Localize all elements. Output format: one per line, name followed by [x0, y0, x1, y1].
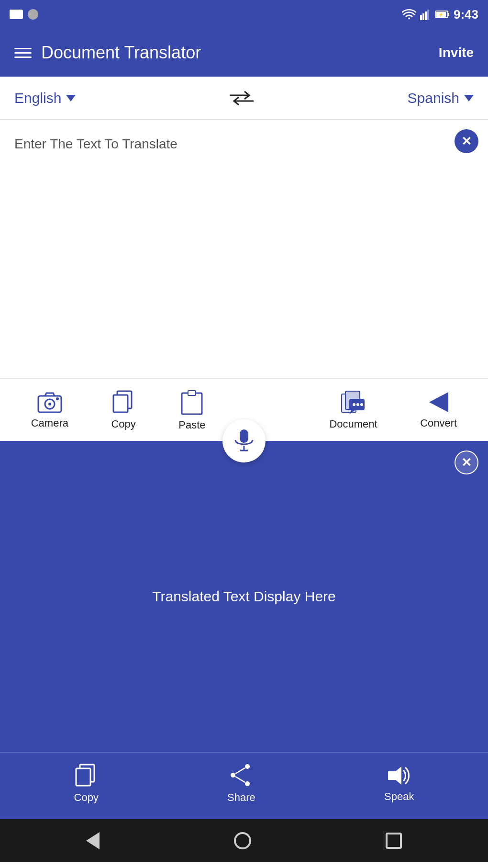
svg-rect-0 [420, 15, 422, 20]
svg-marker-26 [429, 392, 448, 412]
svg-point-13 [56, 397, 59, 400]
svg-rect-16 [182, 393, 202, 414]
document-icon [341, 390, 366, 414]
nav-home-button[interactable] [234, 832, 251, 849]
copy-label: Copy [111, 418, 135, 430]
wifi-icon [402, 9, 416, 20]
battery-icon: ⚡ [435, 10, 450, 19]
svg-rect-18 [189, 391, 195, 395]
camera-icon [37, 391, 62, 413]
svg-rect-15 [113, 395, 128, 412]
svg-line-36 [235, 777, 245, 782]
clear-translated-icon: ✕ [461, 455, 472, 470]
bottom-copy-icon [75, 764, 97, 788]
copy-icon [112, 390, 134, 414]
paste-button[interactable]: Paste [178, 389, 205, 431]
status-bar: ⚡ 9:43 [0, 0, 488, 29]
target-language-chevron [464, 95, 474, 101]
svg-rect-1 [422, 13, 424, 20]
svg-rect-31 [76, 768, 90, 786]
convert-label: Convert [420, 417, 457, 429]
clear-translated-button[interactable]: ✕ [455, 451, 478, 474]
target-language-label: Spanish [408, 90, 459, 106]
source-language-label: English [14, 90, 61, 106]
input-area[interactable]: Enter The Text To Translate ✕ [0, 120, 488, 378]
svg-marker-37 [388, 767, 401, 785]
camera-button[interactable]: Camera [31, 391, 68, 429]
status-time: 9:43 [454, 7, 478, 22]
bottom-copy-label: Copy [74, 791, 99, 804]
camera-label: Camera [31, 417, 68, 429]
bottom-share-icon [230, 764, 252, 788]
svg-rect-3 [427, 10, 429, 20]
svg-point-34 [245, 781, 250, 786]
convert-icon [428, 391, 449, 413]
app-bar: Document Translator Invite [0, 29, 488, 77]
document-button[interactable]: Document [329, 390, 377, 430]
convert-button[interactable]: Convert [420, 391, 457, 429]
recents-icon [386, 833, 402, 849]
translated-area: ✕ Translated Text Display Here [0, 441, 488, 752]
nav-back-button[interactable] [86, 832, 100, 849]
invite-button[interactable]: Invite [439, 45, 474, 60]
clear-input-icon: ✕ [461, 135, 472, 147]
svg-rect-27 [240, 429, 248, 443]
bottom-speak-button[interactable]: Speak [384, 765, 414, 803]
bottom-share-label: Share [227, 791, 255, 804]
app-bar-left: Document Translator [14, 43, 201, 63]
paste-label: Paste [178, 419, 205, 431]
status-bar-right: ⚡ 9:43 [402, 7, 478, 22]
svg-point-24 [356, 403, 359, 406]
clear-input-button[interactable]: ✕ [455, 129, 478, 153]
svg-rect-2 [425, 11, 427, 20]
swap-arrows-icon [227, 89, 256, 108]
input-placeholder: Enter The Text To Translate [14, 136, 177, 151]
navigation-bar [0, 819, 488, 862]
language-row: English Spanish [0, 77, 488, 120]
signal-icon [420, 9, 432, 20]
bottom-copy-button[interactable]: Copy [74, 764, 99, 804]
app-title: Document Translator [41, 43, 201, 63]
microphone-icon [233, 428, 255, 453]
svg-point-23 [353, 403, 355, 406]
bottom-actions: Copy Share Speak [0, 752, 488, 819]
home-icon [234, 832, 251, 849]
target-language-selector[interactable]: Spanish [408, 90, 474, 106]
microphone-button[interactable] [222, 419, 266, 462]
document-label: Document [329, 418, 377, 430]
svg-text:⚡: ⚡ [438, 12, 444, 18]
action-bar: Camera Copy Paste Docum [0, 379, 488, 441]
svg-line-35 [235, 768, 245, 774]
nav-recents-button[interactable] [386, 833, 402, 849]
source-language-selector[interactable]: English [14, 90, 76, 106]
swap-languages-button[interactable] [227, 89, 256, 108]
status-bar-left [10, 9, 38, 20]
circle-icon [28, 9, 38, 20]
bottom-speak-icon [387, 765, 411, 787]
bottom-share-button[interactable]: Share [227, 764, 255, 804]
source-language-chevron [66, 95, 76, 101]
translated-text-placeholder: Translated Text Display Here [133, 579, 355, 614]
hamburger-menu[interactable] [14, 48, 32, 58]
svg-point-33 [231, 773, 235, 778]
svg-point-32 [245, 764, 250, 769]
back-icon [86, 832, 100, 849]
svg-rect-5 [448, 13, 449, 16]
copy-button[interactable]: Copy [111, 390, 135, 430]
svg-point-12 [48, 403, 51, 406]
bottom-speak-label: Speak [384, 790, 414, 803]
paste-icon [181, 389, 203, 415]
sim-icon [10, 10, 23, 19]
svg-point-25 [360, 403, 363, 406]
